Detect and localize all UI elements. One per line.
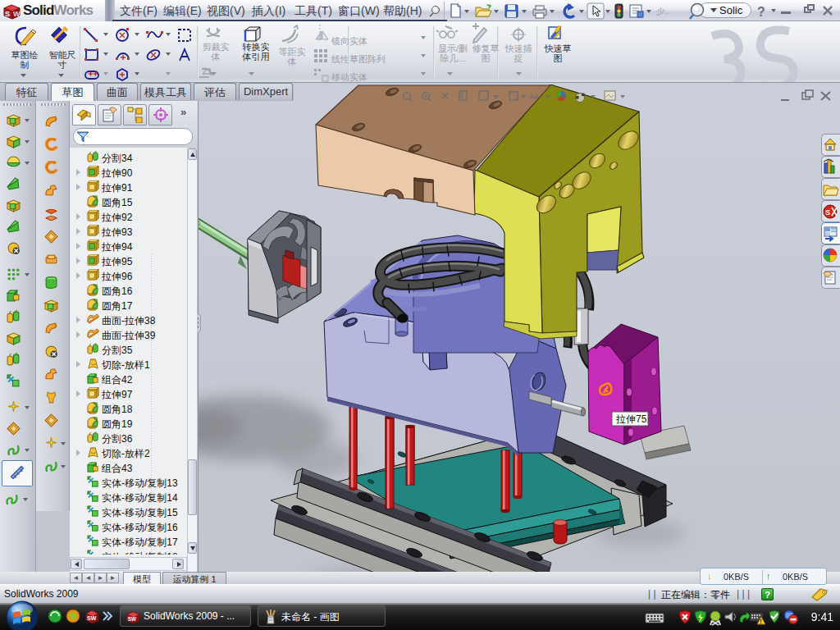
- svg-text:S: S: [5, 10, 10, 18]
- svg-text:SW: SW: [87, 615, 97, 621]
- svg-text:!: !: [760, 619, 762, 624]
- svg-text:S: S: [825, 208, 830, 217]
- svg-text:少..: 少..: [656, 7, 669, 16]
- svg-text:W: W: [13, 10, 21, 18]
- svg-text:SW: SW: [128, 616, 136, 622]
- svg-text:拉伸75: 拉伸75: [615, 413, 647, 425]
